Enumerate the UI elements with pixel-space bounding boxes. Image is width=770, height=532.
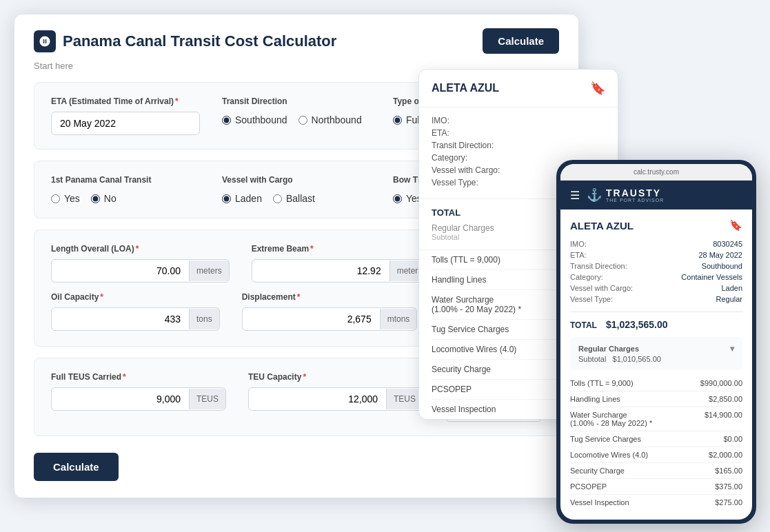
beam-input-group: meters	[252, 259, 430, 283]
phone-charge-tolls: Tolls (TTL = 9,000) $990,000.00	[570, 376, 742, 391]
phone-total-section: TOTAL $1,023,565.00	[570, 311, 742, 330]
displacement-group: Displacement* mtons	[242, 292, 418, 332]
phone-browser-bar: calc.trusty.com	[560, 164, 752, 181]
transit-direction-radio-group: Southbound Northbound	[222, 112, 371, 125]
loa-input-group: meters	[51, 259, 230, 283]
phone-charge-handling: Handling Lines $2,850.00	[570, 391, 742, 407]
anchor-icon: ⚓	[587, 187, 602, 203]
teu-capacity-input-group: TEUS	[248, 387, 423, 411]
vessel-cargo-radio-group: Laden Ballast	[222, 190, 371, 204]
phone-logo: ⚓ TRAUSTY THE PORT ADVISOR	[587, 187, 664, 203]
logo-text: TRAUSTY THE PORT ADVISOR	[606, 188, 664, 203]
ballast-option[interactable]: Ballast	[273, 193, 315, 204]
results-vessel-name: ALETA AZUL 🔖	[432, 81, 605, 96]
chevron-down-icon: ▾	[730, 344, 734, 354]
phone-bookmark-icon: 🔖	[729, 219, 742, 232]
transit-direction-group: Transit Direction Southbound Northbound	[222, 96, 371, 135]
phone-nav-bar: ☰ ⚓ TRAUSTY THE PORT ADVISOR	[560, 181, 752, 209]
hamburger-icon[interactable]: ☰	[570, 189, 580, 202]
loa-unit: meters	[189, 260, 229, 281]
teu-capacity-label: TEU Capacity*	[248, 372, 423, 382]
displacement-unit: mtons	[380, 309, 417, 329]
phone-subtotal-section: Regular Charges ▾ Subtotal $1,010,565.00	[570, 337, 742, 370]
displacement-label: Displacement*	[242, 292, 418, 302]
teu-capacity-group: TEU Capacity* TEUS	[248, 372, 423, 422]
eta-input[interactable]	[51, 112, 200, 135]
beam-label: Extreme Beam*	[252, 244, 430, 254]
page-title: Panama Canal Transit Cost Calculator	[63, 32, 336, 50]
phone-content: ALETA AZUL 🔖 IMO:8030245 ETA:28 May 2022…	[560, 209, 752, 520]
loa-input[interactable]	[52, 260, 189, 282]
displacement-input-group: mtons	[242, 307, 418, 331]
phone-charge-vessel-inspection: Vessel Inspection $275.00	[570, 495, 742, 510]
phone-subtotal-header: Regular Charges ▾	[578, 344, 734, 354]
phone-charges-list: Tolls (TTL = 9,000) $990,000.00 Handling…	[570, 376, 742, 510]
first-transit-group: 1st Panama Canal Transit Yes No	[51, 175, 200, 204]
phone-total-amount: $1,023,565.00	[606, 319, 668, 330]
teu-capacity-unit: TEUS	[386, 389, 423, 409]
full-teus-label: Full TEUS Carried*	[51, 372, 226, 382]
loa-label: Length Overall (LOA)*	[51, 244, 230, 254]
app-icon	[34, 30, 56, 52]
vessel-cargo-group: Vessel with Cargo Laden Ballast	[222, 175, 371, 204]
phone-charge-security: Security Charge $165.00	[570, 463, 742, 479]
northbound-label: Northbound	[312, 114, 362, 125]
full-teus-input[interactable]	[52, 388, 189, 410]
oil-input[interactable]	[52, 308, 189, 330]
full-teus-input-group: TEUS	[51, 387, 226, 411]
beam-group: Extreme Beam* meters	[252, 244, 430, 283]
phone-screen: calc.trusty.com ☰ ⚓ TRAUSTY THE PORT ADV…	[560, 164, 752, 520]
phone-charge-locomotive: Locomotive Wires (4.0) $2,000.00	[570, 447, 742, 463]
phone-meta: IMO:8030245 ETA:28 May 2022 Transit Dire…	[570, 240, 742, 303]
teu-capacity-input[interactable]	[249, 388, 386, 410]
southbound-label: Southbound	[235, 114, 287, 125]
bookmark-icon: 🔖	[590, 81, 605, 96]
calculate-button-bottom[interactable]: Calculate	[34, 453, 119, 481]
calculate-button-top[interactable]: Calculate	[483, 28, 559, 54]
phone-charge-water: Water Surcharge(1.00% - 28 May 2022) * $…	[570, 407, 742, 431]
title-area: Panama Canal Transit Cost Calculator	[34, 30, 336, 52]
southbound-option[interactable]: Southbound	[222, 114, 287, 125]
phone-overlay: calc.trusty.com ☰ ⚓ TRAUSTY THE PORT ADV…	[556, 160, 756, 524]
transit-direction-label: Transit Direction	[222, 96, 371, 106]
phone-total-label: TOTAL $1,023,565.00	[570, 319, 742, 330]
vessel-cargo-label: Vessel with Cargo	[222, 175, 371, 185]
oil-unit: tons	[189, 309, 219, 329]
bow-yes[interactable]: Yes	[393, 193, 422, 204]
phone-charge-tug: Tug Service Charges $0.00	[570, 431, 742, 447]
first-transit-label: 1st Panama Canal Transit	[51, 175, 200, 185]
full-teus-unit: TEUS	[189, 389, 225, 409]
phone-vessel-name: ALETA AZUL 🔖	[570, 219, 742, 232]
first-transit-radio-group: Yes No	[51, 190, 200, 204]
first-transit-no[interactable]: No	[91, 193, 116, 204]
displacement-input[interactable]	[243, 308, 380, 330]
oil-group: Oil Capacity* tons	[51, 292, 220, 332]
laden-option[interactable]: Laden	[222, 193, 262, 204]
loa-group: Length Overall (LOA)* meters	[51, 244, 230, 283]
oil-input-group: tons	[51, 307, 220, 331]
phone-subtotal-amount: Subtotal $1,010,565.00	[578, 355, 734, 363]
oil-label: Oil Capacity*	[51, 292, 220, 302]
eta-label: ETA (Estimated Time of Arrival)*	[51, 96, 200, 106]
beam-input[interactable]	[252, 260, 389, 282]
results-header: ALETA AZUL 🔖	[419, 70, 618, 108]
full-teus-group: Full TEUS Carried* TEUS	[51, 372, 226, 422]
first-transit-yes[interactable]: Yes	[51, 193, 80, 204]
northbound-option[interactable]: Northbound	[298, 114, 362, 125]
phone-charge-pcsopep: PCSOPEP $375.00	[570, 479, 742, 495]
eta-group: ETA (Estimated Time of Arrival)*	[51, 96, 200, 135]
